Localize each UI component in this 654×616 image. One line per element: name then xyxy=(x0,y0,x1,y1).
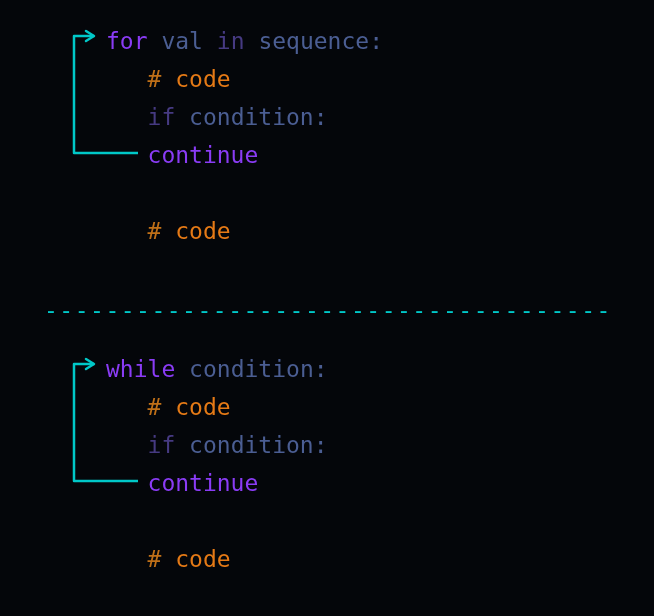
keyword-if: if xyxy=(148,432,176,458)
colon: : xyxy=(314,104,328,130)
section-divider: ---------------------------------------- xyxy=(44,297,612,323)
comment-line: # code xyxy=(106,212,383,250)
identifier-condition: condition xyxy=(189,432,314,458)
blank-line xyxy=(106,174,383,212)
keyword-in: in xyxy=(217,28,245,54)
comment-text: code xyxy=(175,546,230,572)
identifier-condition: condition xyxy=(189,356,314,382)
if-line: if condition: xyxy=(106,98,383,136)
comment-hash: # xyxy=(148,394,162,420)
colon: : xyxy=(369,28,383,54)
colon: : xyxy=(314,356,328,382)
keyword-continue: continue xyxy=(148,470,259,496)
comment-line: # code xyxy=(106,60,383,98)
comment-text: code xyxy=(175,66,230,92)
comment-hash: # xyxy=(148,66,162,92)
for-loop-block: for val in sequence: # code if condition… xyxy=(106,22,383,250)
comment-line: # code xyxy=(106,540,328,578)
blank-line xyxy=(106,502,328,540)
keyword-continue: continue xyxy=(148,142,259,168)
continue-line: continue xyxy=(106,136,383,174)
comment-hash: # xyxy=(148,546,162,572)
identifier-condition: condition xyxy=(189,104,314,130)
for-line: for val in sequence: xyxy=(106,22,383,60)
comment-text: code xyxy=(175,218,230,244)
continue-to-for-arrow-icon xyxy=(66,28,146,158)
continue-to-while-arrow-icon xyxy=(66,356,146,486)
identifier-val: val xyxy=(161,28,203,54)
keyword-if: if xyxy=(148,104,176,130)
identifier-sequence: sequence xyxy=(258,28,369,54)
colon: : xyxy=(314,432,328,458)
comment-hash: # xyxy=(148,218,162,244)
comment-text: code xyxy=(175,394,230,420)
